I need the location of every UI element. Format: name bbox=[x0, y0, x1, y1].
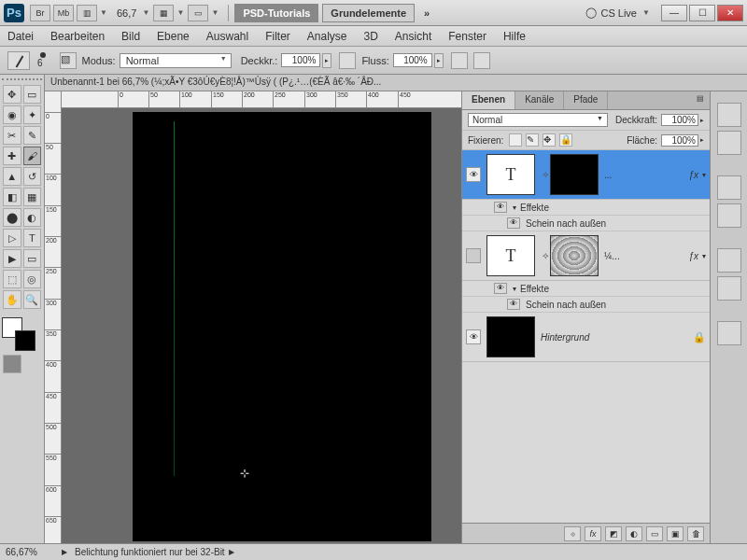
dodge-tool[interactable]: ◐ bbox=[23, 208, 42, 227]
fx-badge[interactable]: ƒx bbox=[688, 251, 698, 261]
crop-tool[interactable]: ✂ bbox=[3, 126, 21, 145]
fill-input[interactable]: 100% bbox=[661, 134, 698, 147]
tab-pfade[interactable]: Pfade bbox=[564, 91, 608, 109]
screen-mode-button[interactable]: ▭ bbox=[188, 5, 208, 21]
heal-tool[interactable]: ✚ bbox=[3, 147, 21, 165]
marquee-tool[interactable]: ▭ bbox=[23, 85, 42, 104]
tab-kanaele[interactable]: Kanäle bbox=[515, 91, 564, 109]
menu-bearbeiten[interactable]: Bearbeiten bbox=[50, 30, 105, 43]
document-tab[interactable]: Unbenannt-1 bei 66,7% (¼;xÃ•Y €3ôÚ€yÈ8¦!… bbox=[45, 75, 747, 91]
layer-item[interactable]: T ⟡ ¼... ƒx ▾ bbox=[462, 231, 710, 281]
chevron-down-icon[interactable]: ▼ bbox=[642, 8, 654, 17]
path-select-tool[interactable]: ▶ bbox=[3, 249, 21, 268]
eraser-tool[interactable]: ◧ bbox=[3, 188, 21, 206]
hand-tool[interactable]: ✋ bbox=[3, 290, 21, 309]
menu-fenster[interactable]: Fenster bbox=[448, 30, 486, 43]
layer-thumb[interactable] bbox=[486, 316, 535, 357]
cslive-button[interactable]: CS Live bbox=[600, 7, 637, 19]
visibility-toggle[interactable]: 👁 bbox=[507, 217, 520, 229]
workspace-more-icon[interactable]: » bbox=[424, 7, 430, 19]
panel-icon[interactable] bbox=[717, 321, 741, 345]
shape-tool[interactable]: ▭ bbox=[23, 249, 42, 268]
layer-name[interactable]: Hintergrund bbox=[541, 332, 693, 343]
bridge-button[interactable]: Br bbox=[30, 5, 50, 21]
visibility-toggle[interactable]: 👁 bbox=[507, 299, 520, 310]
history-panel-icon[interactable] bbox=[717, 248, 741, 273]
menu-ebene[interactable]: Ebene bbox=[157, 30, 190, 43]
lasso-tool[interactable]: ◉ bbox=[3, 105, 21, 124]
chevron-down-icon[interactable]: ▼ bbox=[100, 8, 111, 17]
layer-thumb[interactable]: T bbox=[486, 154, 535, 195]
panel-icon[interactable] bbox=[717, 103, 741, 127]
gradient-tool[interactable]: ▦ bbox=[23, 188, 42, 206]
lock-image-button[interactable]: ✎ bbox=[526, 133, 539, 147]
brush-tool[interactable]: 🖌 bbox=[23, 147, 42, 165]
delete-layer-button[interactable]: 🗑 bbox=[687, 526, 704, 541]
menu-ansicht[interactable]: Ansicht bbox=[395, 30, 431, 43]
brush-panel-button[interactable]: ▧ bbox=[60, 52, 77, 69]
chevron-down-icon[interactable]: ▼ bbox=[211, 8, 222, 17]
flow-input[interactable]: 100% bbox=[393, 53, 432, 67]
opacity-arrow-icon[interactable]: ▸ bbox=[322, 53, 331, 68]
eyedropper-tool[interactable]: ✎ bbox=[23, 126, 42, 145]
3d-camera-tool[interactable]: ◎ bbox=[23, 270, 42, 288]
tablet-size-button[interactable] bbox=[473, 52, 490, 69]
3d-tool[interactable]: ⬚ bbox=[3, 270, 21, 288]
link-layers-button[interactable]: ⟐ bbox=[564, 526, 581, 541]
pen-tool[interactable]: ▷ bbox=[3, 229, 21, 247]
quickmask-button[interactable] bbox=[3, 355, 21, 373]
fx-badge[interactable]: ƒx bbox=[688, 170, 698, 180]
menu-hilfe[interactable]: Hilfe bbox=[503, 30, 526, 43]
mask-button[interactable]: ◩ bbox=[605, 526, 622, 541]
brush-size-value[interactable]: 6 bbox=[37, 58, 43, 68]
minimize-button[interactable]: — bbox=[661, 5, 687, 21]
adjustments-panel-icon[interactable] bbox=[717, 175, 741, 200]
type-tool[interactable]: T bbox=[23, 229, 42, 247]
tab-ebenen[interactable]: Ebenen bbox=[462, 91, 515, 109]
panel-menu-icon[interactable]: ▤ bbox=[691, 91, 710, 109]
stamp-tool[interactable]: ▲ bbox=[3, 167, 21, 186]
lock-position-button[interactable]: ✥ bbox=[543, 133, 556, 147]
ruler-vertical[interactable]: 0 50 100 150 200 250 300 350 400 450 500… bbox=[45, 91, 62, 543]
opacity-input[interactable]: 100% bbox=[281, 53, 320, 67]
new-layer-button[interactable]: ▣ bbox=[667, 526, 684, 541]
masks-panel-icon[interactable] bbox=[717, 203, 741, 228]
tablet-opacity-button[interactable] bbox=[339, 52, 356, 69]
layer-name[interactable]: ... bbox=[604, 170, 688, 180]
menu-3d[interactable]: 3D bbox=[364, 30, 378, 43]
menu-auswahl[interactable]: Auswahl bbox=[206, 30, 248, 43]
layer-effects-row[interactable]: 👁 ▾ Effekte bbox=[462, 200, 710, 216]
adjustment-button[interactable]: ◐ bbox=[626, 526, 642, 541]
lock-all-button[interactable]: 🔒 bbox=[559, 133, 572, 147]
history-brush-tool[interactable]: ↺ bbox=[23, 167, 42, 186]
fx-button[interactable]: fx bbox=[585, 526, 601, 541]
maximize-button[interactable]: ☐ bbox=[689, 5, 715, 21]
layer-opacity-input[interactable]: 100% bbox=[661, 114, 698, 126]
menu-filter[interactable]: Filter bbox=[265, 30, 290, 43]
menu-analyse[interactable]: Analyse bbox=[307, 30, 347, 43]
workspace-button[interactable]: PSD-Tutorials bbox=[234, 4, 318, 22]
blend-mode-select[interactable]: Normal bbox=[120, 53, 232, 68]
layer-mask-thumb[interactable] bbox=[550, 235, 599, 276]
layer-blend-mode-select[interactable]: Normal bbox=[468, 113, 608, 127]
zoom-tool[interactable]: 🔍 bbox=[23, 290, 42, 309]
layer-effect-item[interactable]: 👁 Schein nach außen bbox=[462, 297, 710, 313]
group-button[interactable]: ▭ bbox=[646, 526, 663, 541]
visibility-toggle[interactable]: 👁 bbox=[494, 202, 507, 213]
chevron-down-icon[interactable]: ▼ bbox=[176, 8, 188, 17]
wand-tool[interactable]: ✦ bbox=[23, 105, 42, 124]
zoom-level[interactable]: 66,7 bbox=[117, 7, 136, 19]
close-button[interactable]: ✕ bbox=[717, 5, 743, 21]
flow-arrow-icon[interactable]: ▸ bbox=[434, 53, 444, 68]
visibility-toggle[interactable]: 👁 bbox=[466, 167, 481, 182]
layer-item[interactable]: 👁 T ⟡ ... ƒx ▾ bbox=[462, 150, 710, 200]
view-extras-button[interactable]: ▥ bbox=[77, 5, 97, 21]
layer-effects-row[interactable]: 👁 ▾ Effekte bbox=[462, 281, 710, 297]
chevron-down-icon[interactable]: ▼ bbox=[142, 8, 153, 17]
tool-preset-picker[interactable] bbox=[7, 51, 30, 70]
actions-panel-icon[interactable] bbox=[717, 276, 741, 301]
move-tool[interactable]: ✥ bbox=[3, 85, 21, 104]
status-arrow-icon[interactable]: ▶ bbox=[229, 548, 234, 556]
lock-transparency-button[interactable] bbox=[509, 133, 522, 147]
layer-mask-thumb[interactable] bbox=[550, 154, 599, 195]
